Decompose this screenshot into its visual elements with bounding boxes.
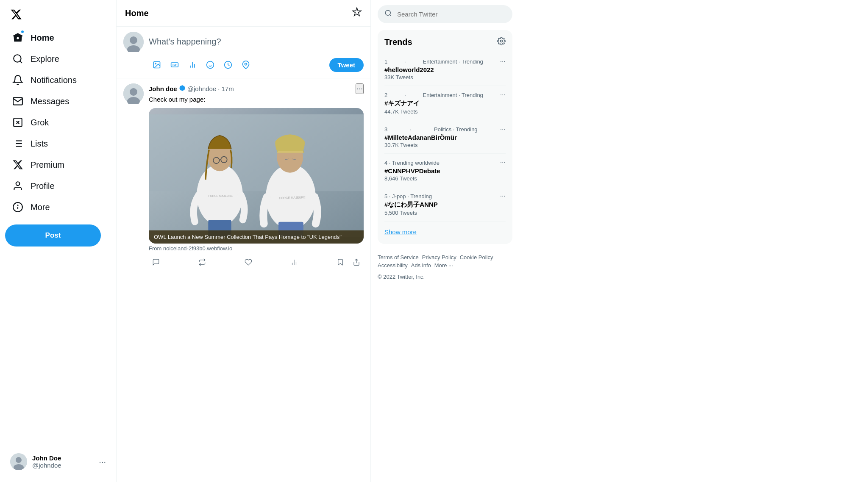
trend-3-more-button[interactable]: ··· — [500, 125, 506, 133]
feed-title: Home — [125, 8, 149, 18]
user-profile-row[interactable]: John Doe @johndoe ··· — [5, 448, 111, 475]
views-button[interactable] — [287, 257, 301, 268]
footer-terms[interactable]: Terms of Service — [378, 254, 419, 260]
trend-item-3[interactable]: 3 · Politics · Trending ··· #MilleteAdan… — [384, 120, 506, 154]
footer-privacy[interactable]: Privacy Policy — [422, 254, 456, 260]
footer-links: Terms of Service Privacy Policy Cookie P… — [378, 251, 512, 272]
svg-line-57 — [389, 14, 391, 16]
tweet-link[interactable]: From noiceland-2f93b0.webflow.io — [149, 245, 364, 252]
home-notification-dot — [21, 30, 24, 33]
tweet-image[interactable]: FORCE MAJEURE FORCE MAJEURE OWL Launch a… — [149, 108, 364, 244]
tweet-avatar[interactable] — [123, 83, 144, 104]
svg-text:FORCE MAJEURE: FORCE MAJEURE — [208, 194, 233, 197]
user-avatar — [10, 453, 27, 470]
trend-item-4[interactable]: 4 · Trending worldwide ··· #CNNPHVPDebat… — [384, 154, 506, 187]
profile-icon — [12, 180, 24, 191]
trend-4-category: 4 · Trending worldwide ··· — [384, 159, 506, 166]
tweet-timestamp: 17m — [221, 85, 234, 92]
sidebar-item-explore[interactable]: Explore — [5, 48, 66, 69]
svg-rect-38 — [149, 114, 364, 191]
compose-emoji-button[interactable] — [202, 57, 218, 73]
footer-accessibility[interactable]: Accessibility — [378, 262, 408, 269]
lists-icon — [12, 138, 24, 149]
tweet-more-button[interactable]: ··· — [356, 83, 364, 94]
sidebar-item-lists-label: Lists — [31, 139, 48, 149]
trend-2-more-button[interactable]: ··· — [500, 91, 506, 99]
trend-4-count: 8,646 Tweets — [384, 175, 506, 182]
sidebar-item-messages[interactable]: Messages — [5, 91, 76, 112]
trend-2-count: 44.7K Tweets — [384, 108, 506, 115]
sidebar-item-grok[interactable]: Grok — [5, 112, 56, 133]
bookmark-button[interactable] — [333, 257, 348, 268]
svg-line-1 — [20, 61, 22, 63]
post-button[interactable]: Post — [5, 224, 101, 247]
trend-1-more-button[interactable]: ··· — [500, 58, 506, 65]
trend-item-5[interactable]: 5 · J-pop · Trending ··· #なにわ男子ANNP 5,50… — [384, 187, 506, 222]
search-bar[interactable] — [378, 5, 512, 23]
sparkle-icon[interactable] — [352, 7, 362, 19]
trend-1-count: 33K Tweets — [384, 74, 506, 80]
user-info: John Doe @johndoe — [32, 454, 94, 469]
trend-item-1[interactable]: 1 · Entertainment · Trending ··· #hellow… — [384, 53, 506, 86]
reply-button[interactable] — [149, 257, 163, 268]
home-icon — [12, 32, 24, 43]
user-handle: @johndoe — [32, 462, 94, 469]
svg-point-28 — [207, 61, 214, 69]
trend-1-name: #helloworld2022 — [384, 66, 506, 73]
trend-4-more-button[interactable]: ··· — [500, 159, 506, 166]
sidebar-item-lists[interactable]: Lists — [5, 133, 55, 154]
sidebar-item-premium[interactable]: Premium — [5, 154, 71, 175]
show-more-link[interactable]: Show more — [384, 222, 506, 237]
svg-point-32 — [245, 63, 247, 65]
trend-3-category: 3 · Politics · Trending ··· — [384, 125, 506, 133]
compose-location-button[interactable] — [238, 57, 254, 73]
footer-copyright: © 2022 Twitter, Inc. — [378, 274, 512, 280]
user-display-name: John Doe — [32, 454, 94, 462]
compose-media-button[interactable] — [149, 57, 165, 73]
svg-point-16 — [16, 457, 22, 463]
svg-line-43 — [220, 160, 221, 160]
sidebar-item-home[interactable]: Home — [5, 27, 61, 48]
search-icon — [384, 9, 392, 19]
compose-avatar — [123, 32, 144, 52]
svg-point-22 — [155, 63, 156, 64]
user-more-options[interactable]: ··· — [99, 457, 106, 467]
sidebar-item-notifications-label: Notifications — [31, 75, 77, 85]
tweet-content: John doe @johndoe · 17m ··· Check out my… — [149, 83, 364, 268]
sidebar-item-grok-label: Grok — [31, 118, 49, 127]
compose-gif-button[interactable]: GIF — [167, 57, 183, 73]
feed-header: Home — [117, 0, 370, 27]
svg-point-0 — [14, 55, 21, 62]
explore-icon — [12, 53, 24, 64]
sidebar-item-profile[interactable]: Profile — [5, 175, 61, 197]
share-button[interactable] — [349, 257, 364, 268]
svg-point-58 — [501, 40, 503, 42]
svg-point-11 — [16, 182, 20, 186]
retweet-button[interactable] — [195, 257, 209, 268]
footer-cookie[interactable]: Cookie Policy — [460, 254, 493, 260]
like-button[interactable] — [241, 257, 256, 268]
footer-more[interactable]: More ··· — [434, 262, 453, 269]
compose-schedule-button[interactable] — [220, 57, 236, 73]
tweet-time: · — [218, 85, 220, 92]
right-sidebar: Trends 1 · Entertainment · Trending ··· … — [371, 0, 519, 482]
trend-3-count: 30.7K Tweets — [384, 142, 506, 148]
svg-point-13 — [17, 205, 18, 205]
sidebar-item-more[interactable]: More — [5, 197, 57, 218]
compose-right: What's happening? GIF — [149, 32, 364, 73]
compose-poll-button[interactable] — [184, 57, 200, 73]
tweet-button[interactable]: Tweet — [329, 58, 364, 72]
search-input[interactable] — [397, 11, 506, 18]
tweet-author-handle: @johndoe — [187, 85, 217, 92]
x-logo[interactable] — [5, 3, 27, 25]
sidebar-item-explore-label: Explore — [31, 54, 59, 64]
trend-5-more-button[interactable]: ··· — [500, 192, 506, 200]
trend-item-2[interactable]: 2 · Entertainment · Trending ··· #キズナアイ … — [384, 86, 506, 120]
trends-settings-icon[interactable] — [497, 37, 506, 47]
footer-ads[interactable]: Ads info — [411, 262, 431, 269]
svg-point-34 — [130, 88, 137, 96]
sidebar-item-notifications[interactable]: Notifications — [5, 69, 83, 91]
compose-input[interactable]: What's happening? — [149, 32, 364, 52]
svg-point-56 — [385, 10, 390, 15]
trend-5-count: 5,500 Tweets — [384, 210, 506, 216]
